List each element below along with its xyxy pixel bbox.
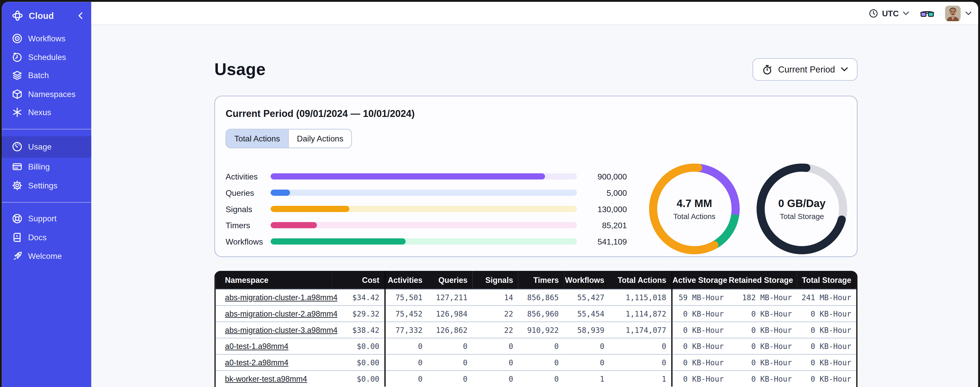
value-cell: 75,501 xyxy=(385,289,428,305)
usage-card-title: Current Period (09/01/2024 — 10/01/2024) xyxy=(226,108,846,120)
account-menu[interactable] xyxy=(945,5,972,21)
sidebar-item-welcome[interactable]: Welcome xyxy=(2,247,91,266)
bar-category-label: Queries xyxy=(226,188,270,197)
bar-fill xyxy=(270,189,290,196)
sidebar-item-settings[interactable]: Settings xyxy=(2,176,91,195)
value-cell: 182 MB-Hour xyxy=(729,289,797,305)
value-cell: 0 xyxy=(518,338,564,354)
sidebar-item-batch[interactable]: Batch xyxy=(2,66,91,85)
value-cell: 0 xyxy=(473,354,518,371)
bar-value: 541,109 xyxy=(577,237,627,246)
sidebar-divider xyxy=(2,129,91,129)
column-header-cost[interactable]: Cost xyxy=(332,271,385,289)
namespace-cell: a0-test-1.a98mm4 xyxy=(216,338,332,354)
sidebar-item-docs[interactable]: Docs xyxy=(2,228,91,247)
schedules-icon xyxy=(12,52,23,62)
sidebar-nav-account: Usage Billing Settings xyxy=(2,136,91,195)
table-header-row: Namespace Cost Activities Queries Signal… xyxy=(216,271,856,289)
batch-icon xyxy=(12,70,23,81)
namespace-link[interactable]: abs-migration-cluster-1.a98mm4 xyxy=(225,293,337,302)
value-cell: 0 KB-Hour xyxy=(729,371,797,387)
table-row: bk-worker-test.a98mm4$0.000000110 KB-Hou… xyxy=(216,371,856,387)
value-cell: 0 KB-Hour xyxy=(672,354,729,371)
namespace-usage-table: Namespace Cost Activities Queries Signal… xyxy=(214,271,857,387)
period-selector-button[interactable]: Current Period xyxy=(752,58,858,81)
value-cell: 58,939 xyxy=(564,322,609,338)
value-cell: $38.42 xyxy=(332,322,385,338)
column-header-namespace[interactable]: Namespace xyxy=(216,271,332,289)
bar-category-label: Workflows xyxy=(226,237,270,246)
value-cell: 14 xyxy=(473,289,518,305)
tab-daily-actions[interactable]: Daily Actions xyxy=(288,130,352,147)
value-cell: 126,862 xyxy=(428,322,473,338)
actions-bar-chart: Activities900,000Queries5,000Signals130,… xyxy=(226,168,627,249)
namespace-link[interactable]: a0-test-1.a98mm4 xyxy=(225,342,288,350)
total-actions-label: Total Actions xyxy=(673,212,716,220)
value-cell: 0 KB-Hour xyxy=(729,305,797,322)
column-header-total-actions[interactable]: Total Actions xyxy=(609,271,672,289)
column-header-retained-storage[interactable]: Retained Storage xyxy=(729,271,797,289)
value-cell: 0 xyxy=(609,338,672,354)
value-cell: 910,922 xyxy=(518,322,564,338)
brand-header: Cloud xyxy=(2,2,91,29)
value-cell: 0 xyxy=(609,354,672,371)
sidebar: Cloud Workflows Schedules xyxy=(2,2,91,387)
column-header-queries[interactable]: Queries xyxy=(428,271,473,289)
sidebar-item-usage[interactable]: Usage xyxy=(2,136,91,157)
value-cell: 22 xyxy=(473,305,518,322)
column-header-signals[interactable]: Signals xyxy=(473,271,518,289)
glasses-icon xyxy=(920,8,934,18)
value-cell: 856,865 xyxy=(518,289,564,305)
namespace-link[interactable]: bk-worker-test.a98mm4 xyxy=(225,374,307,383)
sidebar-collapse-button[interactable] xyxy=(78,12,83,19)
sidebar-item-namespaces[interactable]: Namespaces xyxy=(2,85,91,103)
tab-total-actions[interactable]: Total Actions xyxy=(226,130,288,147)
bar-value: 130,000 xyxy=(577,204,627,214)
labs-glasses-toggle[interactable] xyxy=(920,8,934,18)
timezone-selector[interactable]: UTC xyxy=(869,8,910,18)
value-cell: 126,984 xyxy=(428,305,473,322)
value-cell: 0 KB-Hour xyxy=(797,354,856,371)
usage-icon xyxy=(12,141,23,152)
value-cell: 0 KB-Hour xyxy=(729,354,797,371)
value-cell: $29.32 xyxy=(332,305,385,322)
value-cell: 0 xyxy=(564,354,609,371)
period-selector-label: Current Period xyxy=(778,64,835,74)
bar-track xyxy=(270,222,577,229)
column-header-workflows[interactable]: Workflows xyxy=(564,271,609,289)
table-row: abs-migration-cluster-1.a98mm4$34.4275,5… xyxy=(216,289,856,305)
value-cell: 0 KB-Hour xyxy=(797,371,856,387)
sidebar-item-schedules[interactable]: Schedules xyxy=(2,48,91,66)
total-storage-label: Total Storage xyxy=(780,212,824,220)
sidebar-item-nexus[interactable]: Nexus xyxy=(2,103,91,122)
namespace-cell: abs-migration-cluster-3.a98mm4 xyxy=(216,322,332,338)
value-cell: 1,115,018 xyxy=(609,289,672,305)
column-header-activities[interactable]: Activities xyxy=(385,271,428,289)
column-header-total-storage[interactable]: Total Storage xyxy=(797,271,856,289)
bar-category-label: Timers xyxy=(226,221,270,230)
table-row: abs-migration-cluster-2.a98mm4$29.3275,4… xyxy=(216,305,856,322)
value-cell: 0 xyxy=(473,371,518,387)
value-cell: 0 KB-Hour xyxy=(672,371,729,387)
sidebar-item-label: Workflows xyxy=(28,34,65,43)
sidebar-item-workflows[interactable]: Workflows xyxy=(2,29,91,48)
value-cell: 127,211 xyxy=(428,289,473,305)
sidebar-item-label: Welcome xyxy=(28,251,62,261)
value-cell: 0 KB-Hour xyxy=(729,322,797,338)
usage-summary-card: Current Period (09/01/2024 — 10/01/2024)… xyxy=(214,96,857,257)
column-header-active-storage[interactable]: Active Storage xyxy=(672,271,729,289)
docs-icon xyxy=(12,232,23,243)
value-cell: 0 xyxy=(428,371,473,387)
sidebar-item-support[interactable]: Support xyxy=(2,209,91,228)
value-cell: 0 xyxy=(428,354,473,371)
namespace-link[interactable]: abs-migration-cluster-3.a98mm4 xyxy=(225,325,337,334)
table-row: a0-test-1.a98mm4$0.000000000 KB-Hour0 KB… xyxy=(216,338,856,354)
namespace-link[interactable]: a0-test-2.a98mm4 xyxy=(225,358,288,367)
sidebar-item-label: Batch xyxy=(28,71,49,80)
column-header-timers[interactable]: Timers xyxy=(518,271,564,289)
sidebar-item-label: Settings xyxy=(28,181,57,190)
sidebar-nav-footer: Support Docs xyxy=(2,209,91,266)
value-cell: 1 xyxy=(564,371,609,387)
namespace-link[interactable]: abs-migration-cluster-2.a98mm4 xyxy=(225,309,337,318)
sidebar-item-billing[interactable]: Billing xyxy=(2,157,91,176)
